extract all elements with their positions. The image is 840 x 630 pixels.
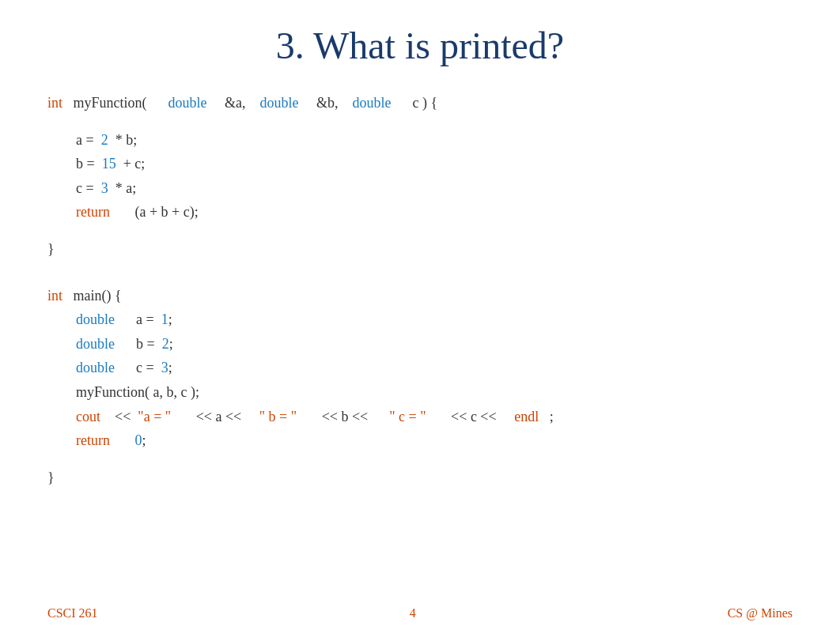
- keyword-double-3: double: [353, 91, 392, 115]
- keyword-endl: endl: [514, 405, 539, 429]
- str-c-eq: " c = ": [389, 405, 426, 429]
- code-line-double-a: double a = 1 ;: [47, 307, 840, 332]
- num-2b: 2: [162, 332, 169, 356]
- footer-center: 4: [410, 606, 416, 621]
- code-line-cout: cout << "a = " << a << " b = " << b << "…: [47, 405, 840, 429]
- page-title: 3. What is printed?: [0, 0, 840, 83]
- code-section: int myFunction( double &a, double &b, do…: [0, 83, 840, 489]
- code-line-c-assign: c = 3 * a;: [47, 176, 840, 201]
- keyword-return-2: return: [76, 428, 110, 453]
- code-line-a-assign: a = 2 * b;: [47, 128, 840, 153]
- keyword-double-6: double: [76, 356, 115, 380]
- num-3c: 3: [161, 356, 168, 380]
- num-1: 1: [161, 307, 168, 332]
- keyword-double-1: double: [168, 91, 207, 115]
- code-line-return2: return 0 ;: [47, 428, 840, 453]
- keyword-return-1: return: [76, 200, 110, 224]
- num-0: 0: [134, 428, 142, 453]
- num-3: 3: [101, 176, 108, 201]
- footer-left: CSCI 261: [47, 606, 98, 621]
- str-a-eq: "a = ": [138, 405, 171, 429]
- code-line-main-close: }: [47, 466, 840, 490]
- code-line-main-sig: int main() {: [47, 284, 840, 308]
- code-line-func-close: }: [47, 237, 840, 262]
- code-line-b-assign: b = 15 + c;: [47, 152, 840, 176]
- keyword-double-2: double: [260, 91, 299, 115]
- keyword-int-2: int: [47, 284, 62, 308]
- footer: CSCI 261 4 CS @ Mines: [0, 606, 840, 621]
- code-line-return1: return (a + b + c);: [47, 200, 840, 224]
- str-b-eq: " b = ": [259, 405, 297, 429]
- code-line-double-b: double b = 2 ;: [47, 332, 840, 356]
- num-15: 15: [102, 152, 116, 176]
- code-line-myfunc-call: myFunction( a, b, c );: [47, 380, 840, 405]
- keyword-int-1: int: [47, 91, 62, 115]
- num-2: 2: [101, 128, 108, 153]
- footer-right: CS @ Mines: [728, 606, 793, 621]
- code-line-double-c: double c = 3 ;: [47, 356, 840, 380]
- keyword-cout: cout: [76, 405, 100, 429]
- keyword-double-5: double: [76, 332, 115, 356]
- keyword-double-4: double: [76, 307, 115, 332]
- code-line-func-sig: int myFunction( double &a, double &b, do…: [47, 91, 840, 115]
